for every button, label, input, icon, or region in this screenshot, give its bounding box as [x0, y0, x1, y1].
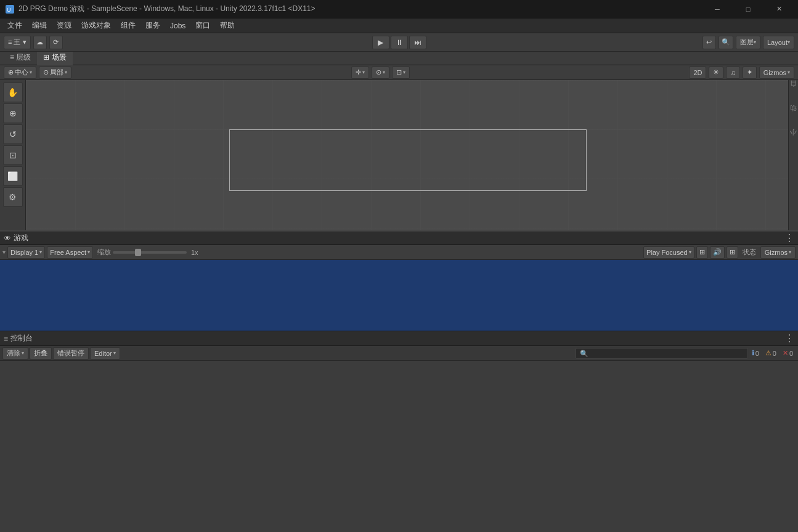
game-tab-label: 游戏	[14, 233, 784, 243]
hand-tool-btn[interactable]: ✋	[3, 83, 23, 102]
app-icon: U	[5, 4, 15, 14]
game-toolbar-arrow: ▾	[2, 249, 6, 256]
console-header: ≡ 控制台 ⋮	[0, 331, 798, 346]
info-count: ℹ 0	[749, 349, 762, 357]
warn-icon: ⚠	[765, 349, 772, 357]
vsync-btn[interactable]: ⊞	[696, 246, 708, 259]
info-icon: ℹ	[752, 349, 754, 357]
rotate-tool-btn[interactable]: ⊙▾	[372, 66, 389, 79]
window-controls: ─ □ ✕	[703, 0, 793, 18]
console-error-pause-btn[interactable]: 错误暂停	[53, 347, 89, 360]
scale-slider[interactable]	[113, 251, 187, 254]
info-count-value: 0	[755, 350, 759, 357]
2d-toggle-btn[interactable]: 2D	[689, 66, 706, 79]
center-icon: ⊕	[8, 68, 14, 76]
console-clear-btn[interactable]: 清除 ▾	[2, 347, 28, 360]
game-viewport[interactable]	[0, 260, 798, 331]
tab-hierarchy[interactable]: ≡ 层级	[4, 51, 37, 65]
warn-count: ⚠ 0	[763, 349, 779, 357]
tab-scene[interactable]: ⊞ 场景	[37, 51, 72, 65]
stats-icon: ⊞	[730, 248, 735, 256]
right-panel: 自 动 小	[788, 80, 798, 230]
pivot-center-btn[interactable]: ⊕中心▾	[4, 66, 36, 79]
clear-arrow: ▾	[22, 350, 24, 356]
main-toolbar: ≡ 王 ▾ ☁ ⟳ ▶ ⏸ ⏭ ↩ 🔍 图层 ▾ Layout ▾	[0, 33, 798, 52]
play-focused-arrow: ▾	[689, 249, 691, 255]
collapse-label: 折叠	[34, 349, 47, 358]
layout-dropdown[interactable]: Layout ▾	[763, 36, 794, 49]
undo-button[interactable]: ↩	[702, 36, 716, 49]
menu-component[interactable]: 组件	[116, 19, 140, 32]
menu-services[interactable]: 服务	[140, 19, 165, 32]
stats-btn[interactable]: ⊞	[727, 246, 738, 259]
console-collapse-btn[interactable]: 折叠	[30, 347, 52, 360]
pivot-local-btn[interactable]: ⊙局部▾	[39, 66, 71, 79]
menu-assets[interactable]: 资源	[52, 19, 76, 32]
game-toolbar: ▾ Display 1 ▾ Free Aspect ▾ 缩放 1x Play F…	[0, 245, 798, 260]
scale-tool-btn[interactable]: ⊡▾	[392, 66, 410, 79]
maximize-button[interactable]: □	[734, 0, 762, 18]
editor-label: Editor	[94, 350, 112, 357]
fx-btn[interactable]: ✦	[743, 66, 757, 79]
move-tool-btn[interactable]: ✛▾	[351, 66, 369, 79]
menu-gameobject[interactable]: 游戏对象	[76, 19, 116, 32]
mute-icon: 🔊	[713, 248, 722, 256]
audio-toggle-btn[interactable]: ♫	[726, 66, 739, 79]
menu-edit[interactable]: 编辑	[27, 19, 52, 32]
display-dropdown-arrow: ▾	[39, 249, 42, 255]
mute-btn[interactable]: 🔊	[710, 246, 725, 259]
close-button[interactable]: ✕	[765, 0, 793, 18]
game-panel-more-btn[interactable]: ⋮	[784, 232, 794, 244]
console-editor-btn[interactable]: Editor ▾	[90, 347, 120, 360]
error-count: ✕ 0	[780, 349, 796, 357]
rect-tool-btn[interactable]: ⬜	[3, 166, 23, 186]
scene-toolbar: ⊕中心▾ ⊙局部▾ ✛▾ ⊙▾ ⊡▾ 2D ☀ ♫ ✦ Gizmos ▾	[0, 65, 798, 80]
play-focused-btn[interactable]: Play Focused ▾	[643, 246, 694, 259]
console-more-btn[interactable]: ⋮	[784, 332, 794, 344]
display-label: Display 1	[10, 249, 38, 256]
light-toggle-btn[interactable]: ☀	[709, 66, 723, 79]
scale-value: 1x	[191, 249, 198, 256]
menu-window[interactable]: 窗口	[190, 19, 215, 32]
rotate-tool-btn[interactable]: ↺	[3, 124, 23, 144]
search-button[interactable]: 🔍	[719, 36, 733, 49]
history-button[interactable]: ⟳	[49, 36, 63, 49]
window-title: 2D PRG Demo 游戏 - SampleScene - Windows, …	[18, 4, 703, 14]
minimize-button[interactable]: ─	[703, 0, 731, 18]
menu-help[interactable]: 帮助	[215, 19, 240, 32]
play-focused-label: Play Focused	[646, 249, 688, 256]
status-label: 状态	[743, 248, 756, 257]
pause-button[interactable]: ⏸	[391, 36, 408, 49]
menu-file[interactable]: 文件	[2, 19, 27, 32]
menu-jobs[interactable]: Jobs	[165, 20, 190, 31]
console-panel: ≡ 控制台 ⋮ 清除 ▾ 折叠 错误暂停 Editor ▾ ℹ 0 ⚠ 0 ✕	[0, 331, 798, 496]
custom-tool-btn[interactable]: ⚙	[3, 187, 23, 207]
display-selector[interactable]: Display 1 ▾	[7, 246, 45, 259]
gizmos-label: Gizmos	[765, 249, 788, 256]
editor-arrow: ▾	[113, 350, 116, 356]
account-button[interactable]: ≡ 王 ▾	[4, 36, 31, 49]
scale-thumb[interactable]	[135, 249, 141, 256]
cloud-button[interactable]: ☁	[33, 36, 47, 49]
main-content: ✋ ⊕ ↺ ⊡ ⬜ ⚙ 自 动 小	[0, 80, 798, 230]
console-content	[0, 361, 798, 496]
console-toolbar: 清除 ▾ 折叠 错误暂停 Editor ▾ ℹ 0 ⚠ 0 ✕ 0	[0, 346, 798, 361]
scale-tool-btn[interactable]: ⊡	[3, 145, 23, 165]
error-icon: ✕	[783, 349, 788, 357]
scene-gizmos-btn[interactable]: Gizmos ▾	[759, 66, 794, 79]
scene-tab-icon: ⊞	[43, 53, 49, 62]
gizmos-arrow: ▾	[789, 249, 791, 255]
aspect-label: Free Aspect	[50, 249, 86, 256]
scene-viewport[interactable]	[26, 80, 788, 230]
clear-label: 清除	[7, 349, 20, 358]
step-button[interactable]: ⏭	[409, 36, 426, 49]
aspect-selector[interactable]: Free Aspect ▾	[47, 246, 93, 259]
console-search-input[interactable]	[576, 348, 748, 359]
move-tool-btn[interactable]: ⊕	[3, 103, 23, 123]
play-button[interactable]: ▶	[372, 36, 389, 49]
play-controls: ▶ ⏸ ⏭	[372, 33, 426, 51]
tools-panel: ✋ ⊕ ↺ ⊡ ⬜ ⚙	[0, 80, 26, 230]
game-panel: 👁 游戏 ⋮ ▾ Display 1 ▾ Free Aspect ▾ 缩放 1x…	[0, 230, 798, 331]
layers-dropdown[interactable]: 图层 ▾	[736, 36, 760, 49]
game-gizmos-btn[interactable]: Gizmos ▾	[760, 246, 796, 259]
